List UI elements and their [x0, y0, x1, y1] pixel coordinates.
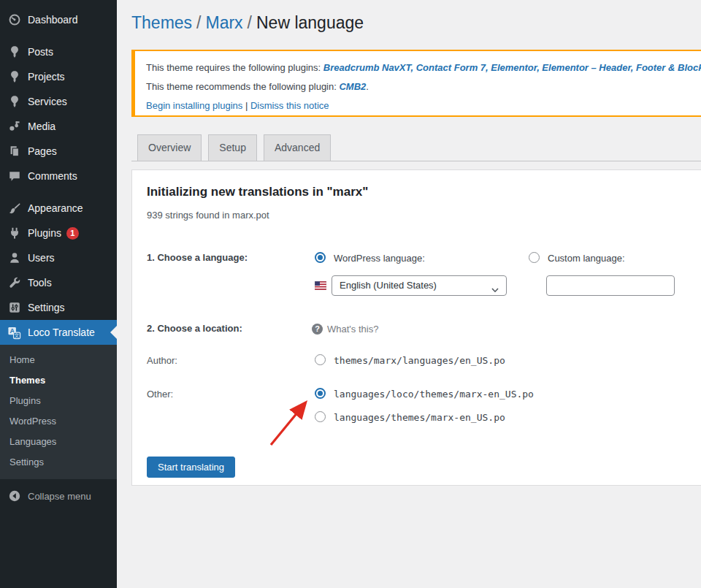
author-path-radio[interactable]: [315, 354, 326, 365]
help-icon: ?: [312, 324, 323, 335]
sidebar-item-loco-translate[interactable]: A 文 Loco Translate: [0, 320, 117, 345]
panel-heading: Initializing new translations in "marx": [147, 185, 368, 199]
sidebar-item-label: Dashboard: [28, 14, 78, 26]
submenu-item-settings[interactable]: Settings: [0, 452, 117, 473]
pages-icon: [7, 145, 21, 159]
pushpin-icon: [7, 70, 21, 84]
loco-translate-icon: A 文: [7, 326, 21, 340]
notice-recommended-suffix: .: [366, 81, 369, 92]
languages-path-label: languages/themes/marx-en_US.po: [334, 412, 505, 423]
media-icon: [7, 120, 21, 134]
notice-required-prefix: This theme requires the following plugin…: [146, 62, 323, 73]
plugin-required-notice: This theme requires the following plugin…: [131, 50, 701, 117]
admin-content: Themes/Marx/New language This theme requ…: [117, 0, 701, 588]
sidebar-item-media[interactable]: Media: [0, 114, 117, 139]
notice-actions-line: Begin installing plugins | Dismiss this …: [146, 96, 701, 115]
sidebar-item-label: Loco Translate: [28, 327, 95, 338]
settings-icon: [7, 301, 21, 315]
sidebar-item-appearance[interactable]: Appearance: [0, 196, 117, 221]
notice-recommended-line: This theme recommends the following plug…: [146, 77, 701, 96]
menu-separator: [0, 32, 117, 39]
sidebar-item-users[interactable]: Users: [0, 245, 117, 270]
other-location-label: Other:: [147, 389, 173, 400]
paintbrush-icon: [7, 202, 21, 215]
svg-text:文: 文: [15, 332, 20, 338]
sidebar-item-comments[interactable]: Comments: [0, 164, 117, 188]
tab-advanced[interactable]: Advanced: [264, 134, 331, 161]
annotation-arrow: [262, 397, 317, 451]
sidebar-item-label: Posts: [28, 46, 53, 58]
user-icon: [7, 251, 21, 265]
dismiss-notice-link[interactable]: Dismiss this notice: [250, 100, 329, 111]
plugin-icon: [7, 226, 21, 240]
sidebar-item-pages[interactable]: Pages: [0, 139, 117, 164]
custom-language-input[interactable]: [546, 275, 675, 296]
sidebar-item-label: Settings: [28, 302, 65, 313]
loco-path-label: languages/loco/themes/marx-en_US.po: [334, 389, 534, 400]
sidebar-item-label: Services: [28, 96, 67, 107]
submenu-item-home[interactable]: Home: [0, 350, 117, 370]
comments-icon: [7, 169, 21, 183]
notice-recommended-prefix: This theme recommends the following plug…: [146, 81, 339, 92]
sidebar-item-services[interactable]: Services: [0, 89, 117, 114]
collapse-arrow-icon: [7, 489, 21, 503]
sidebar-item-dashboard[interactable]: Dashboard: [0, 7, 117, 32]
sidebar-item-settings[interactable]: Settings: [0, 295, 117, 320]
admin-sidebar: Dashboard Posts Projects Services Media: [0, 0, 117, 588]
breadcrumb-link-marx[interactable]: Marx: [205, 13, 242, 32]
sidebar-item-label: Appearance: [28, 202, 83, 214]
tab-overview[interactable]: Overview: [137, 134, 202, 161]
breadcrumb-link-themes[interactable]: Themes: [131, 13, 192, 32]
submenu-item-languages[interactable]: Languages: [0, 432, 117, 452]
sidebar-item-label: Pages: [28, 145, 57, 157]
whats-this[interactable]: ?What's this?: [312, 322, 378, 335]
breadcrumb: Themes/Marx/New language: [131, 13, 364, 33]
start-translating-button[interactable]: Start translating: [147, 457, 235, 478]
wrench-icon: [7, 276, 21, 290]
sidebar-item-projects[interactable]: Projects: [0, 64, 117, 89]
menu-separator: [0, 188, 117, 196]
whats-this-label: What's this?: [327, 324, 378, 335]
us-flag-icon: [315, 280, 326, 293]
loco-translate-submenu: Home Themes Plugins WordPress Languages …: [0, 345, 117, 479]
language-select-value: English (United States): [340, 280, 437, 291]
author-location-label: Author:: [147, 355, 177, 366]
breadcrumb-current: New language: [256, 13, 364, 32]
sidebar-item-tools[interactable]: Tools: [0, 270, 117, 295]
sidebar-item-plugins[interactable]: Plugins 1: [0, 221, 117, 245]
notice-required-line: This theme requires the following plugin…: [146, 58, 701, 77]
breadcrumb-separator: /: [243, 13, 256, 32]
submenu-item-wordpress[interactable]: WordPress: [0, 411, 117, 432]
submenu-item-themes[interactable]: Themes: [0, 370, 117, 391]
notice-recommended-plugin-link[interactable]: CMB2: [339, 81, 366, 92]
notice-required-plugin-links[interactable]: Breadcrumb NavXT, Contact Form 7, Elemen…: [323, 62, 701, 73]
tab-bar: Overview Setup Advanced: [131, 135, 701, 161]
new-language-panel: Initializing new translations in "marx" …: [131, 169, 701, 486]
sidebar-item-posts[interactable]: Posts: [0, 39, 117, 64]
sidebar-item-label: Media: [28, 121, 55, 132]
begin-installing-plugins-link[interactable]: Begin installing plugins: [146, 100, 242, 111]
collapse-menu-button[interactable]: Collapse menu: [0, 485, 117, 507]
sidebar-item-label: Users: [28, 252, 55, 264]
choose-location-label: 2. Choose a location:: [147, 323, 242, 334]
custom-language-label: Custom language:: [548, 253, 625, 264]
pushpin-icon: [7, 95, 21, 109]
collapse-menu-label: Collapse menu: [28, 491, 91, 502]
submenu-item-plugins[interactable]: Plugins: [0, 391, 117, 411]
sidebar-item-label: Projects: [28, 71, 65, 83]
tab-setup[interactable]: Setup: [208, 134, 257, 161]
custom-language-radio[interactable]: [529, 252, 540, 263]
language-select[interactable]: English (United States): [332, 275, 507, 296]
pushpin-icon: [7, 45, 21, 59]
wordpress-language-radio[interactable]: [315, 252, 326, 263]
choose-language-label: 1. Choose a language:: [147, 252, 248, 263]
current-menu-arrow: [110, 326, 117, 339]
dashboard-icon: [7, 13, 21, 27]
plugins-update-badge: 1: [66, 227, 79, 240]
notice-action-divider: |: [242, 100, 250, 111]
sidebar-item-label: Plugins: [28, 227, 61, 239]
author-path-label: themes/marx/languages/en_US.po: [334, 355, 505, 366]
strings-found-text: 939 strings found in marx.pot: [147, 210, 269, 221]
chevron-down-icon: [491, 282, 499, 301]
sidebar-item-label: Tools: [28, 277, 52, 289]
